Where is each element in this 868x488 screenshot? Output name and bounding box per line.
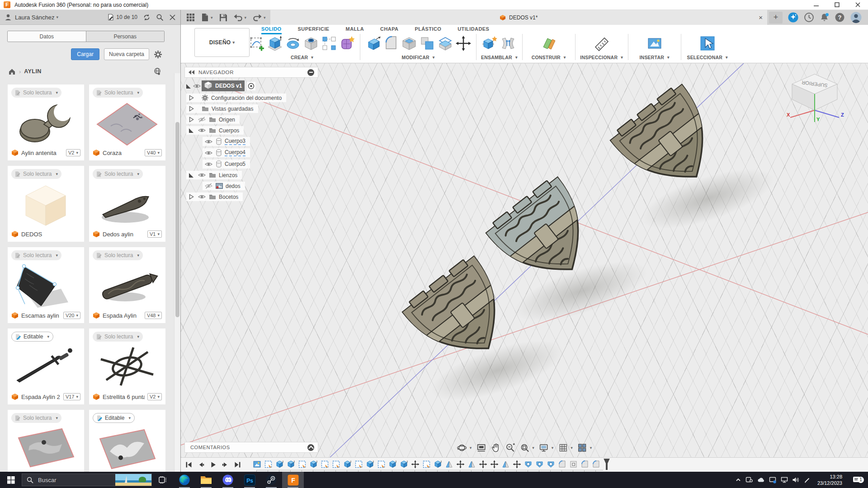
tree-node[interactable]: Cuerpo4 xyxy=(184,148,318,157)
shield-body-bottom[interactable] xyxy=(389,242,538,392)
minimize-button[interactable] xyxy=(806,0,826,9)
access-badge[interactable]: Solo lectura▾ xyxy=(93,169,143,179)
grid-settings-button[interactable]: ▾ xyxy=(558,443,573,453)
project-card[interactable]: Solo lectura▾Escamas aylin 2V20▾ xyxy=(8,247,84,323)
visibility-eye-icon[interactable] xyxy=(204,139,213,145)
tree-node[interactable]: Origen xyxy=(184,115,318,124)
project-name[interactable]: Espada Aylin 2 xyxy=(21,394,61,400)
activate-component-icon[interactable] xyxy=(247,82,255,90)
notification-center-button[interactable]: 1 xyxy=(849,476,864,484)
taskbar-app-fusion-360[interactable]: F xyxy=(282,472,304,488)
toolbar-group-label[interactable]: INSPECCIONAR▾ xyxy=(580,55,623,60)
redo-icon[interactable]: ▾ xyxy=(251,12,268,23)
search-icon[interactable] xyxy=(156,14,164,21)
timeline-feature-extrude[interactable] xyxy=(388,460,397,469)
project-card[interactable]: Editable▾ xyxy=(89,410,165,472)
timeline-feature-fillet[interactable] xyxy=(580,460,589,469)
timeline-feature-extrude[interactable] xyxy=(275,460,284,469)
version-dropdown[interactable]: V2▾ xyxy=(147,393,162,400)
timeline-feature-sketch[interactable] xyxy=(332,460,340,469)
ribbon-tab-superficie[interactable]: SUPERFICIE xyxy=(298,26,330,34)
tree-node[interactable]: Lienzos xyxy=(184,171,318,179)
tray-chevron-icon[interactable] xyxy=(735,477,741,483)
version-dropdown[interactable]: V48▾ xyxy=(145,312,162,319)
project-thumbnail[interactable] xyxy=(11,179,80,228)
step-forward-button[interactable] xyxy=(222,461,229,468)
timeline-feature-sketch[interactable] xyxy=(377,460,386,469)
extensions-icon[interactable] xyxy=(788,12,798,23)
visibility-eye-icon[interactable] xyxy=(204,183,213,189)
ribbon-tab-malla[interactable]: MALLA xyxy=(346,26,364,34)
help-icon[interactable]: ? xyxy=(835,13,844,22)
project-name[interactable]: Aylin antenita xyxy=(21,150,63,156)
revolve-button[interactable] xyxy=(285,35,301,52)
toolbar-group-label[interactable]: CREAR▾ xyxy=(291,55,313,60)
timeline-feature-sketch[interactable] xyxy=(321,460,329,469)
expander-icon[interactable] xyxy=(188,172,194,178)
hole-button[interactable] xyxy=(303,35,319,52)
timeline-feature-pattern[interactable] xyxy=(569,460,578,469)
new-file-icon[interactable]: ▾ xyxy=(199,12,215,23)
project-name[interactable]: Espada Aylin xyxy=(103,312,142,319)
timeline-feature-extrude[interactable] xyxy=(366,460,374,469)
select-button[interactable] xyxy=(699,35,716,52)
access-badge[interactable]: Editable▾ xyxy=(11,332,53,342)
extrude-button[interactable] xyxy=(267,35,283,52)
volume-icon[interactable] xyxy=(792,477,800,483)
tree-node-document[interactable]: DEDOS v1 xyxy=(202,80,245,91)
access-badge[interactable]: Solo lectura▾ xyxy=(93,332,143,342)
refresh-icon[interactable] xyxy=(143,14,151,21)
visibility-eye-icon[interactable] xyxy=(204,150,213,156)
project-thumbnail[interactable] xyxy=(93,179,162,228)
breadcrumb-folder[interactable]: AYLIN xyxy=(24,68,41,75)
access-badge[interactable]: Solo lectura▾ xyxy=(93,88,143,98)
viewports-button[interactable]: ▾ xyxy=(577,443,592,453)
project-thumbnail[interactable] xyxy=(93,423,162,472)
pen-icon[interactable] xyxy=(804,477,811,483)
comments-panel[interactable]: COMENTARIOS xyxy=(184,442,318,453)
play-button[interactable] xyxy=(210,461,217,468)
settings-gear-icon[interactable] xyxy=(154,50,162,59)
offset-face-button[interactable] xyxy=(437,35,453,52)
project-card[interactable]: Solo lectura▾ xyxy=(8,410,84,472)
project-name[interactable]: Estrellita 6 puntas xyxy=(103,394,145,400)
save-icon[interactable] xyxy=(217,12,229,23)
home-icon[interactable] xyxy=(8,68,16,75)
upload-button[interactable]: Cargar xyxy=(71,48,99,60)
tree-node-label[interactable]: Vistas guardadas xyxy=(212,106,254,112)
network-icon[interactable] xyxy=(781,477,788,483)
access-badge[interactable]: Editable▾ xyxy=(93,413,135,423)
timeline-playhead[interactable] xyxy=(606,459,608,470)
expander-icon[interactable] xyxy=(188,106,194,112)
pattern-button[interactable] xyxy=(321,35,337,52)
notifications-icon[interactable] xyxy=(820,13,829,22)
taskbar-app-edge[interactable] xyxy=(174,472,195,488)
timeline-feature-extrude[interactable] xyxy=(434,460,442,469)
project-thumbnail[interactable] xyxy=(93,98,162,147)
move-button[interactable] xyxy=(455,35,472,52)
ribbon-tab-utilidades[interactable]: UTILIDADES xyxy=(458,26,489,34)
expander-icon[interactable] xyxy=(188,194,194,200)
maximize-button[interactable] xyxy=(826,0,847,9)
orbit-button[interactable]: ▾ xyxy=(457,443,472,453)
display-settings-button[interactable]: ▾ xyxy=(539,443,554,453)
tree-node-label[interactable]: Cuerpos xyxy=(219,127,239,134)
onedrive-icon[interactable] xyxy=(757,477,765,483)
timeline-feature-hole[interactable] xyxy=(524,460,533,469)
timeline-feature-extrude[interactable] xyxy=(309,460,318,469)
project-card[interactable]: Solo lectura▾CorazaV40▾ xyxy=(89,84,165,160)
visibility-eye-icon[interactable] xyxy=(197,117,206,122)
visibility-eye-icon[interactable] xyxy=(197,127,206,133)
construction-plane-button[interactable] xyxy=(541,35,557,52)
version-dropdown[interactable]: V20▾ xyxy=(63,312,80,319)
project-name[interactable]: DEDOS xyxy=(21,231,80,238)
visibility-eye-icon[interactable] xyxy=(192,83,202,89)
profile-icon[interactable] xyxy=(850,12,862,23)
tab-datos[interactable]: Datos xyxy=(8,31,86,42)
version-dropdown[interactable]: V2▾ xyxy=(66,149,80,156)
project-thumbnail[interactable] xyxy=(11,98,80,147)
access-badge[interactable]: Solo lectura▾ xyxy=(11,250,61,260)
look-at-button[interactable] xyxy=(476,443,486,453)
timeline-feature-sketch[interactable] xyxy=(422,460,431,469)
scrollbar-thumb[interactable] xyxy=(175,122,179,317)
